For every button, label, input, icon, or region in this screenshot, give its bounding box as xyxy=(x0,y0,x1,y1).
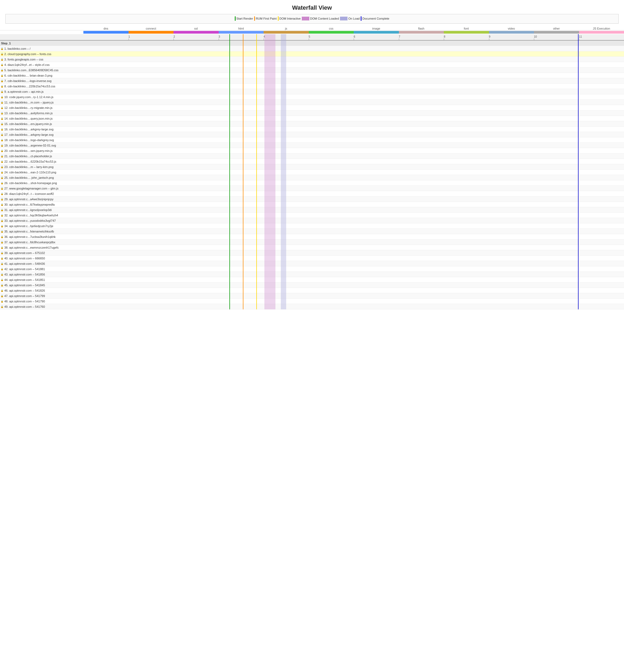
row-number: 18. cdn-backlinko....logo-darkgrey.svg xyxy=(4,138,54,142)
color-bar-10 xyxy=(534,31,579,34)
table-row: 🔒13. cdn-backlinko....avityforms.min.js1… xyxy=(0,110,624,116)
lock-icon: 🔒 xyxy=(1,150,3,152)
color-bar-7 xyxy=(399,31,444,34)
table-row: 🔒6. cdn-backlinko.... brian-dean-3.png70… xyxy=(0,73,624,78)
timeline-ticks: 123456789101112 xyxy=(83,34,624,40)
bar-area-48: 163 ms xyxy=(83,304,624,309)
lock-icon: 🔒 xyxy=(1,128,3,131)
table-row: 🔒36. api.optmnstr.c...7ucbsa3tunih1qkhk1… xyxy=(0,234,624,240)
table-row: 🔒9. a.optmnstr.com – api.min.js504 ms xyxy=(0,89,624,95)
table-row: 🔒34. api.optmnstr.c...hje6edjcutn7ry2je1… xyxy=(0,223,624,229)
resource-type-css: css xyxy=(309,27,354,30)
legend-start-render: Start Render xyxy=(235,17,253,21)
row-label-6: 🔒7. cdn-backlinko....-logo-inverse.svg xyxy=(0,79,83,83)
color-bar-9 xyxy=(489,31,534,34)
table-row: 🔒14. cdn-backlinko....query.json.min.js1… xyxy=(0,116,624,121)
row-label-8: 🔒9. a.optmnstr.com – api.min.js xyxy=(0,89,83,94)
bar-area-29: 218 ms xyxy=(83,202,624,207)
lock-icon: 🔒 xyxy=(1,63,3,66)
bar-area-17: 333 ms xyxy=(83,137,624,142)
row-number: 24. cdn-backlinko....ean-2-110x110.png xyxy=(4,171,56,174)
row-number: 16. cdn-backlinko....arkgrey-large.svg xyxy=(4,128,54,131)
bar-area-21: 307 ms xyxy=(83,159,624,164)
resource-type-other: other xyxy=(534,27,579,30)
lock-icon: 🔒 xyxy=(1,295,3,297)
row-number: 21. cdn-backlinko....ct-placeholder.js xyxy=(4,155,52,158)
tick-line-1 xyxy=(129,38,129,40)
row-number: 19. cdn-backlinko....argenew-02-01.svg xyxy=(4,144,56,147)
tick-7: 7 xyxy=(399,35,400,38)
tick-line-7 xyxy=(399,38,399,40)
page-title-heading: Waterfall View xyxy=(0,0,624,14)
bar-area-0: 251 ms xyxy=(83,46,624,51)
row-number: 23. cdn-backlinko....m – larry-kim.png xyxy=(4,165,54,168)
bar-area-36: 147 ms xyxy=(83,240,624,245)
row-label-11: 🔒12. cdn-backlinko....ry-migrate.min.js xyxy=(0,106,83,110)
table-row: 🔒31. api.optmnstr.c...iigrsoIjooeIop3di8… xyxy=(0,207,624,213)
dom-interactive-line-icon xyxy=(278,17,279,21)
row-number: 28. diazc1qln24ryf...t – icomoon.woff2 xyxy=(4,192,54,195)
step-column-header xyxy=(0,36,83,38)
lock-icon: 🔒 xyxy=(1,236,3,238)
bar-area-22: 473 ms xyxy=(83,164,624,169)
row-number: 30. api.optmnstr.c...6i7kwlayprwpredfa xyxy=(4,203,55,206)
lock-icon: 🔒 xyxy=(1,257,3,260)
tick-9: 9 xyxy=(489,35,491,38)
row-label-36: 🔒37. api.optmnstr.c...fdc8hcuxkanpcjdbx xyxy=(0,240,83,244)
bar-area-2: 354 ms xyxy=(83,57,624,62)
row-label-1: 🔒2. cloud.typography.com – fonts.css xyxy=(0,52,83,56)
tick-6: 6 xyxy=(354,35,355,38)
row-number: 40. api.optmnstr.com – 666650 xyxy=(4,257,45,260)
row-label-37: 🔒38. api.optmnstr.c...ewmmzczenh17ugefc xyxy=(0,245,83,250)
legend-on-load: On Load xyxy=(340,17,360,21)
legend-dom-content-loaded: DOM Content Loaded xyxy=(302,17,339,21)
table-row: 🔒44. api.optmnstr.com – 541851117 ms xyxy=(0,277,624,283)
table-row: 🔒1. backlinko.com – /251 ms xyxy=(0,46,624,51)
lock-icon: 🔒 xyxy=(1,176,3,179)
color-bar-2 xyxy=(174,31,219,34)
bar-area-43: 117 ms xyxy=(83,277,624,282)
tick-8: 8 xyxy=(444,35,445,38)
row-number: 4. diazc1qln24ryf...et – style-cf.css xyxy=(4,63,50,66)
resource-type-flash: flash xyxy=(399,27,444,30)
bar-area-46: 170 ms xyxy=(83,293,624,298)
row-number: 25. cdn-backlinko.... john_jantsch.png xyxy=(4,176,54,179)
row-number: 7. cdn-backlinko....-logo-inverse.svg xyxy=(4,79,51,82)
row-number: 20. cdn-backlinko....sen.jquery.min.js xyxy=(4,149,53,153)
bar-area-15: 359 ms xyxy=(83,127,624,132)
lock-icon: 🔒 xyxy=(1,90,3,93)
color-bar-6 xyxy=(354,31,399,34)
table-row: 🔒38. api.optmnstr.c...ewmmzczenh17ugefc2… xyxy=(0,245,624,250)
bar-area-16: 358 ms xyxy=(83,132,624,137)
rum-first-paint-line-icon xyxy=(254,17,255,21)
bar-area-13: 178 ms xyxy=(83,116,624,121)
tick-line-9 xyxy=(489,38,489,40)
lock-icon: 🔒 xyxy=(1,230,3,233)
bar-area-26: 416 ms xyxy=(83,186,624,191)
resource-type-html: html xyxy=(219,27,264,30)
rum-first-paint-label: RUM First Paint xyxy=(256,17,277,20)
bar-area-30: 88 ms xyxy=(83,207,624,212)
lock-icon: 🔒 xyxy=(1,80,3,82)
lock-icon: 🔒 xyxy=(1,198,3,200)
bar-area-47: 166 ms xyxy=(83,299,624,304)
lock-icon: 🔒 xyxy=(1,182,3,184)
tick-4: 4 xyxy=(264,35,265,38)
row-label-43: 🔒44. api.optmnstr.com – 541851 xyxy=(0,278,83,282)
dom-content-loaded-box-icon xyxy=(302,17,309,21)
row-label-47: 🔒48. api.optmnstr.com – 541790 xyxy=(0,299,83,303)
row-number: 9. a.optmnstr.com – api.min.js xyxy=(4,90,44,93)
lock-icon: 🔒 xyxy=(1,58,3,61)
table-row: 🔒11. cdn-backlinko....m.com – jquery.js8… xyxy=(0,100,624,105)
resource-type-image: image xyxy=(354,27,399,30)
row-number: 10. code.jquery.com...ry-1.12.4.min.js xyxy=(4,96,54,99)
resource-type-ssl: ssl xyxy=(174,27,219,30)
row-label-4: 🔒5. backlinko.com...E0856409D58C45.css xyxy=(0,68,83,72)
lock-icon: 🔒 xyxy=(1,171,3,173)
lock-icon: 🔒 xyxy=(1,96,3,98)
color-bar-4 xyxy=(264,31,309,34)
bar-area-20: 175 ms xyxy=(83,154,624,159)
row-label-18: 🔒19. cdn-backlinko....argenew-02-01.svg xyxy=(0,143,83,147)
table-row: 🔒39. api.optmnstr.com – 675102176 ms xyxy=(0,250,624,256)
row-number: 22. cdn-backlinko....6220b15a74cc53.js xyxy=(4,160,56,163)
